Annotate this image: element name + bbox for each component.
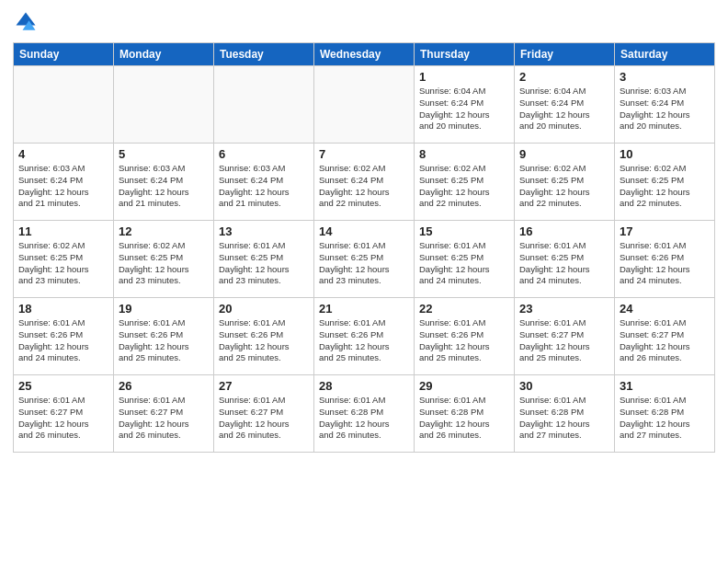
- logo-icon: [13, 9, 39, 35]
- week-row-2: 11Sunrise: 6:02 AMSunset: 6:25 PMDayligh…: [14, 221, 715, 298]
- week-row-4: 25Sunrise: 6:01 AMSunset: 6:27 PMDayligh…: [14, 375, 715, 453]
- calendar-cell: 23Sunrise: 6:01 AMSunset: 6:27 PMDayligh…: [515, 298, 615, 375]
- calendar-cell: 2Sunrise: 6:04 AMSunset: 6:24 PMDaylight…: [515, 66, 615, 144]
- cell-text: Sunrise: 6:01 AMSunset: 6:27 PMDaylight:…: [620, 317, 710, 364]
- cell-text: Sunrise: 6:04 AMSunset: 6:24 PMDaylight:…: [519, 86, 609, 132]
- week-row-1: 4Sunrise: 6:03 AMSunset: 6:24 PMDaylight…: [14, 144, 715, 221]
- day-number: 19: [119, 302, 209, 316]
- cell-text: Sunrise: 6:03 AMSunset: 6:24 PMDaylight:…: [18, 163, 108, 210]
- calendar-cell: 4Sunrise: 6:03 AMSunset: 6:24 PMDaylight…: [14, 144, 114, 221]
- header: [13, 9, 715, 35]
- svg-marker-0: [17, 13, 36, 26]
- cell-text: Sunrise: 6:02 AMSunset: 6:25 PMDaylight:…: [119, 240, 209, 287]
- cell-text: Sunrise: 6:01 AMSunset: 6:25 PMDaylight:…: [219, 240, 309, 287]
- day-number: 13: [219, 224, 309, 238]
- day-number: 3: [620, 70, 710, 84]
- calendar-cell: [14, 66, 114, 144]
- day-number: 8: [419, 147, 509, 161]
- cell-text: Sunrise: 6:01 AMSunset: 6:28 PMDaylight:…: [519, 395, 609, 442]
- cell-text: Sunrise: 6:01 AMSunset: 6:26 PMDaylight:…: [219, 317, 309, 364]
- calendar: SundayMondayTuesdayWednesdayThursdayFrid…: [13, 42, 715, 453]
- cell-text: Sunrise: 6:01 AMSunset: 6:26 PMDaylight:…: [419, 317, 509, 364]
- day-number: 18: [18, 302, 108, 316]
- day-number: 21: [319, 302, 409, 316]
- calendar-cell: 16Sunrise: 6:01 AMSunset: 6:25 PMDayligh…: [515, 221, 615, 298]
- calendar-cell: 5Sunrise: 6:03 AMSunset: 6:24 PMDaylight…: [114, 144, 214, 221]
- day-number: 9: [519, 147, 609, 161]
- calendar-cell: 11Sunrise: 6:02 AMSunset: 6:25 PMDayligh…: [14, 221, 114, 298]
- cell-text: Sunrise: 6:02 AMSunset: 6:25 PMDaylight:…: [419, 163, 509, 210]
- calendar-header: SundayMondayTuesdayWednesdayThursdayFrid…: [14, 43, 715, 66]
- day-number: 10: [620, 147, 710, 161]
- day-number: 28: [319, 379, 409, 393]
- day-number: 12: [119, 224, 209, 238]
- calendar-cell: 13Sunrise: 6:01 AMSunset: 6:25 PMDayligh…: [214, 221, 314, 298]
- calendar-cell: 8Sunrise: 6:02 AMSunset: 6:25 PMDaylight…: [415, 144, 515, 221]
- calendar-cell: 7Sunrise: 6:02 AMSunset: 6:24 PMDaylight…: [314, 144, 415, 221]
- calendar-body: 1Sunrise: 6:04 AMSunset: 6:24 PMDaylight…: [14, 66, 715, 453]
- calendar-cell: 19Sunrise: 6:01 AMSunset: 6:26 PMDayligh…: [114, 298, 214, 375]
- week-row-3: 18Sunrise: 6:01 AMSunset: 6:26 PMDayligh…: [14, 298, 715, 375]
- day-header-saturday: Saturday: [615, 43, 715, 66]
- day-number: 15: [419, 224, 509, 238]
- cell-text: Sunrise: 6:01 AMSunset: 6:26 PMDaylight:…: [18, 317, 108, 364]
- cell-text: Sunrise: 6:03 AMSunset: 6:24 PMDaylight:…: [620, 86, 710, 132]
- cell-text: Sunrise: 6:01 AMSunset: 6:26 PMDaylight:…: [319, 317, 409, 364]
- day-number: 27: [219, 379, 309, 393]
- day-number: 26: [119, 379, 209, 393]
- page: SundayMondayTuesdayWednesdayThursdayFrid…: [0, 0, 728, 563]
- calendar-cell: 24Sunrise: 6:01 AMSunset: 6:27 PMDayligh…: [615, 298, 715, 375]
- calendar-cell: 28Sunrise: 6:01 AMSunset: 6:28 PMDayligh…: [314, 375, 415, 453]
- cell-text: Sunrise: 6:01 AMSunset: 6:25 PMDaylight:…: [519, 240, 609, 287]
- day-number: 24: [620, 302, 710, 316]
- calendar-cell: 10Sunrise: 6:02 AMSunset: 6:25 PMDayligh…: [615, 144, 715, 221]
- day-number: 1: [419, 70, 509, 84]
- cell-text: Sunrise: 6:01 AMSunset: 6:25 PMDaylight:…: [319, 240, 409, 287]
- calendar-cell: [114, 66, 214, 144]
- calendar-cell: 12Sunrise: 6:02 AMSunset: 6:25 PMDayligh…: [114, 221, 214, 298]
- calendar-cell: [214, 66, 314, 144]
- cell-text: Sunrise: 6:04 AMSunset: 6:24 PMDaylight:…: [419, 86, 509, 132]
- cell-text: Sunrise: 6:01 AMSunset: 6:27 PMDaylight:…: [519, 317, 609, 364]
- day-header-friday: Friday: [515, 43, 615, 66]
- calendar-cell: 25Sunrise: 6:01 AMSunset: 6:27 PMDayligh…: [14, 375, 114, 453]
- day-header-wednesday: Wednesday: [314, 43, 415, 66]
- calendar-cell: 26Sunrise: 6:01 AMSunset: 6:27 PMDayligh…: [114, 375, 214, 453]
- day-number: 2: [519, 70, 609, 84]
- calendar-cell: [314, 66, 415, 144]
- calendar-cell: 22Sunrise: 6:01 AMSunset: 6:26 PMDayligh…: [415, 298, 515, 375]
- day-number: 30: [519, 379, 609, 393]
- cell-text: Sunrise: 6:01 AMSunset: 6:28 PMDaylight:…: [319, 395, 409, 442]
- calendar-cell: 6Sunrise: 6:03 AMSunset: 6:24 PMDaylight…: [214, 144, 314, 221]
- cell-text: Sunrise: 6:03 AMSunset: 6:24 PMDaylight:…: [219, 163, 309, 210]
- day-number: 20: [219, 302, 309, 316]
- cell-text: Sunrise: 6:01 AMSunset: 6:26 PMDaylight:…: [620, 240, 710, 287]
- calendar-cell: 17Sunrise: 6:01 AMSunset: 6:26 PMDayligh…: [615, 221, 715, 298]
- calendar-cell: 29Sunrise: 6:01 AMSunset: 6:28 PMDayligh…: [415, 375, 515, 453]
- day-number: 14: [319, 224, 409, 238]
- calendar-cell: 21Sunrise: 6:01 AMSunset: 6:26 PMDayligh…: [314, 298, 415, 375]
- cell-text: Sunrise: 6:01 AMSunset: 6:27 PMDaylight:…: [119, 395, 209, 442]
- calendar-cell: 15Sunrise: 6:01 AMSunset: 6:25 PMDayligh…: [415, 221, 515, 298]
- cell-text: Sunrise: 6:03 AMSunset: 6:24 PMDaylight:…: [119, 163, 209, 210]
- day-number: 11: [18, 224, 108, 238]
- calendar-cell: 9Sunrise: 6:02 AMSunset: 6:25 PMDaylight…: [515, 144, 615, 221]
- day-header-thursday: Thursday: [415, 43, 515, 66]
- day-number: 22: [419, 302, 509, 316]
- day-number: 4: [18, 147, 108, 161]
- day-header-sunday: Sunday: [14, 43, 114, 66]
- calendar-cell: 27Sunrise: 6:01 AMSunset: 6:27 PMDayligh…: [214, 375, 314, 453]
- calendar-cell: 3Sunrise: 6:03 AMSunset: 6:24 PMDaylight…: [615, 66, 715, 144]
- logo: [13, 9, 42, 35]
- days-row: SundayMondayTuesdayWednesdayThursdayFrid…: [14, 43, 715, 66]
- calendar-cell: 30Sunrise: 6:01 AMSunset: 6:28 PMDayligh…: [515, 375, 615, 453]
- day-number: 25: [18, 379, 108, 393]
- calendar-cell: 20Sunrise: 6:01 AMSunset: 6:26 PMDayligh…: [214, 298, 314, 375]
- calendar-cell: 1Sunrise: 6:04 AMSunset: 6:24 PMDaylight…: [415, 66, 515, 144]
- cell-text: Sunrise: 6:01 AMSunset: 6:26 PMDaylight:…: [119, 317, 209, 364]
- calendar-cell: 18Sunrise: 6:01 AMSunset: 6:26 PMDayligh…: [14, 298, 114, 375]
- day-number: 7: [319, 147, 409, 161]
- day-number: 16: [519, 224, 609, 238]
- cell-text: Sunrise: 6:01 AMSunset: 6:25 PMDaylight:…: [419, 240, 509, 287]
- cell-text: Sunrise: 6:01 AMSunset: 6:28 PMDaylight:…: [620, 395, 710, 442]
